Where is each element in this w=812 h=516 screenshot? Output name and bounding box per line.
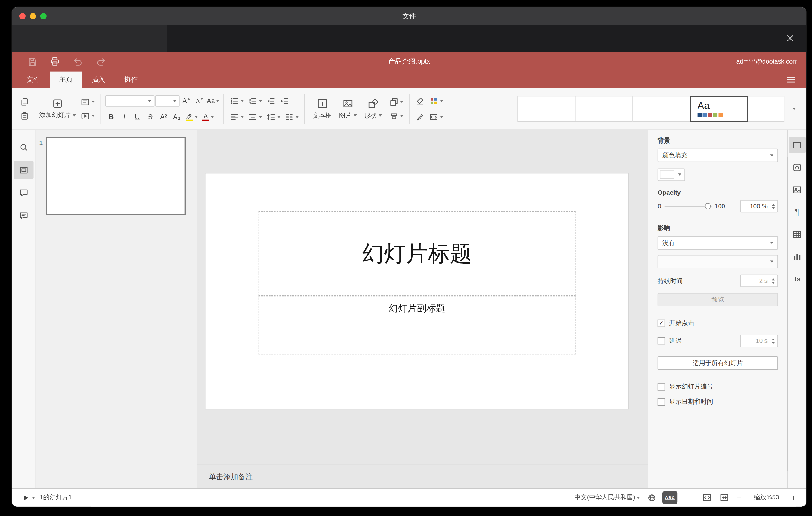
effect-type-select[interactable] [658,255,778,268]
preview-button[interactable]: 预览 [658,293,778,306]
fit-to-width-button[interactable] [718,492,731,504]
tab-home[interactable]: 主页 [50,71,82,88]
tab-collaboration[interactable]: 协作 [114,71,147,88]
undo-button[interactable] [71,56,84,68]
slide-canvas[interactable]: 幻灯片标题 幻灯片副标题 [197,130,647,464]
slider-knob[interactable] [705,203,711,209]
comments-button[interactable] [13,184,33,202]
text-art-settings-tab[interactable]: Ta [789,271,806,286]
slides-panel-button[interactable] [13,161,33,179]
slide[interactable]: 幻灯片标题 幻灯片副标题 [205,173,628,409]
background-fill-select[interactable]: 颜色填充 [658,149,778,162]
copy-button[interactable] [18,96,31,107]
fullscreen-window-button[interactable] [40,13,47,19]
notes-input[interactable]: 单击添加备注 [197,465,647,488]
effect-select[interactable]: 没有 [658,236,778,250]
slide-settings-icon [792,140,802,150]
paste-button[interactable] [18,110,31,122]
close-icon[interactable] [784,33,796,44]
increase-font-size-button[interactable]: A [180,94,193,107]
arrange-shape-button[interactable] [388,96,405,107]
decrease-font-size-button[interactable]: A [194,94,205,107]
zoom-out-button[interactable]: − [735,493,744,502]
document-language-button[interactable] [646,492,658,503]
chat-button[interactable] [13,207,33,224]
search-button[interactable] [13,138,33,156]
superscript-button[interactable]: A² [157,111,169,123]
apply-to-all-slides-button[interactable]: 适用于所有幻灯片 [658,356,778,370]
show-date-time-checkbox[interactable] [658,398,665,405]
vertical-align-button[interactable] [246,111,264,122]
tab-insert[interactable]: 插入 [82,71,114,88]
align-shape-button[interactable] [388,110,405,122]
horizontal-align-button[interactable] [228,111,245,122]
bold-button[interactable]: B [105,111,117,123]
theme-option-1[interactable] [517,96,575,122]
close-window-button[interactable] [20,13,26,19]
title-placeholder[interactable]: 幻灯片标题 [259,211,576,296]
italic-button[interactable]: I [118,111,130,123]
save-button[interactable] [26,56,38,68]
insert-image-button[interactable]: 图片 [335,94,360,124]
start-slideshow-button[interactable] [79,110,96,122]
shape-settings-tab[interactable] [789,160,806,175]
theme-option-3[interactable] [633,96,691,122]
spinner-arrows[interactable] [770,203,778,209]
language-selector[interactable]: 中文(中华人民共和国) [573,492,641,503]
menu-icon[interactable] [785,75,797,85]
print-button[interactable] [49,56,61,68]
highlight-color-button[interactable] [183,111,199,122]
copy-style-button[interactable] [414,111,426,122]
spellcheck-toggle[interactable]: ABC [662,491,677,504]
duration-spinner[interactable]: 2 s [741,275,778,287]
strikethrough-button[interactable]: S [144,111,156,123]
redo-button[interactable] [95,56,107,68]
decrease-indent-button[interactable] [265,95,277,107]
background-color-picker[interactable] [658,169,685,181]
delay-spinner[interactable]: 10 s [741,335,778,347]
language-label: 中文(中华人民共和国) [575,493,635,502]
spinner-arrows[interactable] [770,278,778,284]
slide-thumbnail[interactable] [46,137,186,215]
slide-size-button[interactable] [427,111,444,122]
line-spacing-button[interactable] [265,111,282,122]
theme-option-selected[interactable]: Aa [690,96,748,122]
spinner-arrows[interactable] [770,338,778,343]
subtitle-placeholder[interactable]: 幻灯片副标题 [259,296,576,354]
add-slide-button[interactable]: 添加幻灯片 [36,97,79,121]
opacity-slider[interactable] [664,205,712,206]
theme-gallery-expand-button[interactable] [787,96,801,122]
increase-indent-button[interactable] [278,95,291,107]
insert-textbox-button[interactable]: 文本框 [309,94,335,124]
opacity-spinner[interactable]: 100 % [741,200,778,212]
columns-icon [285,112,294,121]
tab-file[interactable]: 文件 [17,71,50,88]
table-settings-tab[interactable] [789,227,806,242]
chart-settings-tab[interactable] [789,249,806,264]
clear-style-button[interactable] [414,95,426,107]
slide-settings-tab[interactable] [789,137,806,153]
color-scheme-button[interactable] [427,95,444,107]
font-size-combo[interactable] [155,95,179,107]
change-layout-button[interactable] [79,96,96,107]
subscript-button[interactable]: A₂ [171,111,183,123]
font-color-button[interactable]: A [201,112,216,122]
theme-option-5[interactable] [748,96,784,122]
columns-button[interactable] [283,111,300,122]
underline-button[interactable]: U [132,111,143,123]
theme-option-2[interactable] [575,96,633,122]
start-slideshow-status-button[interactable] [20,492,37,503]
font-name-combo[interactable] [105,95,154,107]
image-settings-tab[interactable] [789,182,806,197]
start-on-click-checkbox[interactable]: ✓ [658,319,665,327]
paragraph-settings-tab[interactable]: ¶ [789,204,806,220]
insert-shape-button[interactable]: 形状 [360,94,385,124]
show-slide-number-checkbox[interactable] [658,383,665,391]
numbering-button[interactable]: 123 [246,95,264,107]
fit-to-slide-button[interactable] [701,492,714,504]
minimize-window-button[interactable] [30,13,36,19]
change-case-button[interactable]: Aa [207,94,219,107]
delay-checkbox[interactable] [658,337,665,345]
zoom-in-button[interactable]: + [789,493,798,502]
bullets-button[interactable] [228,95,245,107]
